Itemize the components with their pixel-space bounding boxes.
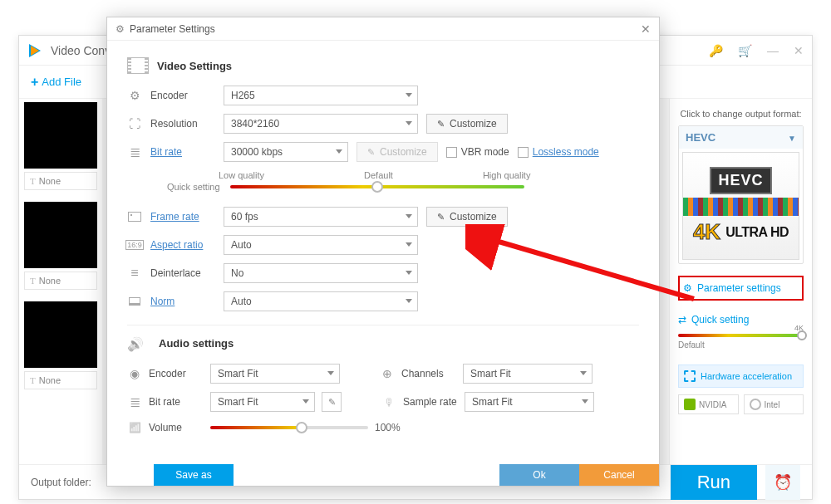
slider-thumb[interactable] (296, 422, 307, 433)
quality-slider[interactable] (230, 185, 524, 188)
pencil-icon: ✎ (437, 212, 445, 223)
framerate-customize-button[interactable]: ✎Customize (426, 207, 508, 227)
encoder-row: Encoder H265 (127, 86, 639, 105)
minimize-icon[interactable]: — (767, 44, 779, 57)
chevron-down-icon (406, 271, 412, 275)
audio-encoder-select[interactable]: Smart Fit (210, 364, 340, 384)
checkbox-box (518, 147, 529, 158)
gear-icon (127, 88, 142, 103)
plus-icon: + (31, 75, 38, 90)
city-strip-decoration (683, 198, 799, 216)
audio-encoder-icon (127, 366, 142, 381)
vbr-checkbox[interactable]: VBR mode (446, 146, 509, 158)
deinterlace-label: Deinterlace (150, 267, 215, 279)
mic-icon (381, 394, 396, 409)
nvidia-icon (684, 399, 696, 410)
output-format-card[interactable]: HEVC ▼ HEVC 4K ULTRA HD (678, 125, 804, 264)
chevron-down-icon (336, 149, 342, 154)
video-thumbnail[interactable] (24, 102, 97, 169)
resolution-select[interactable]: 3840*2160 (224, 114, 418, 134)
encoder-select[interactable]: H265 (224, 86, 418, 105)
norm-select[interactable]: Auto (224, 291, 418, 311)
lossless-checkbox[interactable]: Lossless mode (518, 146, 599, 158)
chevron-down-icon (582, 399, 588, 404)
chevron-down-icon (302, 399, 309, 404)
aspect-select[interactable]: Auto (224, 235, 418, 255)
audio-bitrate-select[interactable]: Smart Fit (210, 392, 315, 412)
monitor-icon (127, 294, 142, 309)
thumbnail-column: TNone TNone TNone (19, 99, 102, 464)
audio-section-head: Audio settings (127, 334, 639, 352)
fourk-label: 4K (693, 219, 720, 245)
framerate-row: Frame rate 60 fps ✎Customize (127, 207, 639, 227)
video-thumbnail[interactable] (24, 202, 97, 268)
ok-button[interactable]: Ok (499, 464, 579, 486)
quick-setting-sublabel: Quick setting (167, 182, 220, 192)
thumb-label[interactable]: TNone (24, 172, 97, 190)
deinterlace-row: Deinterlace No (127, 263, 639, 283)
intel-badge[interactable]: Intel (744, 394, 804, 414)
aspect-label[interactable]: Aspect ratio (150, 239, 215, 251)
chevron-down-icon: ▼ (788, 134, 796, 143)
format-preview: HEVC 4K ULTRA HD (682, 152, 799, 260)
framerate-select[interactable]: 60 fps (224, 207, 418, 227)
hevc-badge: HEVC (710, 167, 771, 194)
alarm-icon: ⏰ (774, 473, 792, 492)
bitrate-select[interactable]: 30000 kbps (224, 142, 348, 162)
resolution-customize-button[interactable]: ✎Customize (426, 114, 508, 134)
volume-percent: 100% (375, 422, 401, 433)
thumb-label[interactable]: TNone (24, 272, 97, 290)
alarm-button[interactable]: ⏰ (765, 465, 800, 500)
slider-thumb[interactable] (797, 330, 807, 340)
save-as-button[interactable]: Save as (154, 464, 234, 486)
add-file-label: Add File (42, 76, 81, 88)
sliders-icon: ⇄ (678, 314, 686, 325)
slider-thumb[interactable] (371, 181, 383, 193)
add-file-button[interactable]: + Add File (31, 75, 81, 90)
cart-icon[interactable]: 🛒 (738, 44, 752, 57)
norm-label[interactable]: Norm (150, 296, 215, 307)
vendor-row: NVIDIA Intel (678, 394, 804, 414)
chevron-down-icon (580, 371, 587, 375)
section-divider (127, 325, 639, 325)
chip-icon (684, 370, 696, 382)
key-icon[interactable]: 🔑 (709, 44, 723, 57)
low-quality-label: Low quality (219, 170, 264, 180)
run-button[interactable]: Run (671, 465, 757, 500)
audio-encoder-label: Encoder (149, 368, 204, 379)
dialog-close-button[interactable]: ✕ (641, 22, 651, 36)
bitrate-label[interactable]: Bit rate (150, 146, 215, 158)
nvidia-badge[interactable]: NVIDIA (678, 394, 739, 414)
framerate-label[interactable]: Frame rate (150, 211, 215, 223)
pencil-icon: ✎ (328, 397, 336, 408)
thumb-label[interactable]: TNone (24, 371, 97, 389)
audio-bitrate-edit-button[interactable]: ✎ (322, 392, 342, 412)
right-panel: Click to change output format: HEVC ▼ HE… (669, 99, 812, 464)
pencil-icon: ✎ (367, 147, 375, 158)
samplerate-select[interactable]: Smart Fit (465, 392, 594, 412)
close-icon[interactable]: ✕ (794, 44, 804, 57)
app-title: Video Conv (51, 44, 111, 57)
aspect-icon: 16:9 (127, 237, 142, 252)
volume-row: Volume 100% (127, 420, 639, 435)
hardware-acceleration-button[interactable]: Hardware acceleration (678, 365, 804, 388)
dialog-footer: Save as Ok Cancel (107, 464, 659, 486)
quick-setting-slider[interactable]: 4K Default (678, 334, 804, 350)
deinterlace-select[interactable]: No (224, 263, 418, 283)
pencil-icon: ✎ (437, 119, 445, 130)
audio-settings-heading: Audio settings (159, 337, 234, 350)
intel-icon (750, 399, 761, 410)
chevron-down-icon (406, 121, 412, 125)
default-quality-label: Default (364, 170, 393, 180)
quick-setting-label: Quick setting (691, 314, 749, 325)
video-thumbnail[interactable] (24, 301, 97, 368)
volume-slider[interactable] (210, 426, 368, 429)
film-icon (127, 57, 149, 74)
channels-select[interactable]: Smart Fit (463, 364, 593, 384)
bars-icon (127, 144, 142, 159)
bitrate-customize-button: ✎Customize (356, 142, 438, 162)
cancel-button[interactable]: Cancel (579, 464, 659, 486)
parameter-settings-link[interactable]: ⚙ Parameter settings (678, 276, 804, 301)
audio-row-2: Bit rate Smart Fit ✎ Sample rate Smart F… (127, 392, 639, 412)
quick-setting-link[interactable]: ⇄ Quick setting (678, 314, 804, 325)
